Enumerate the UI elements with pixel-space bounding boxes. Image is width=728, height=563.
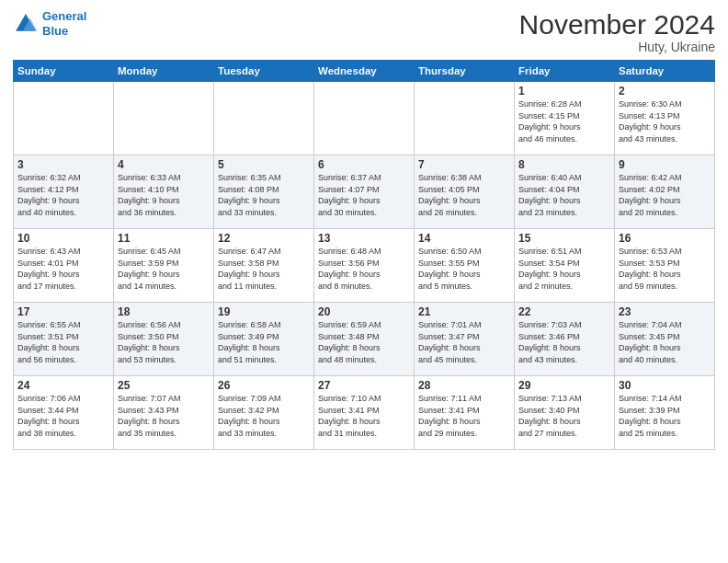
calendar-cell: 24Sunrise: 7:06 AM Sunset: 3:44 PM Dayli… — [14, 376, 114, 450]
calendar-cell: 2Sunrise: 6:30 AM Sunset: 4:13 PM Daylig… — [615, 82, 715, 155]
day-number: 15 — [518, 232, 610, 245]
day-detail: Sunrise: 6:51 AM Sunset: 3:54 PM Dayligh… — [518, 246, 610, 292]
day-detail: Sunrise: 6:53 AM Sunset: 3:53 PM Dayligh… — [619, 246, 711, 292]
calendar-cell: 8Sunrise: 6:40 AM Sunset: 4:04 PM Daylig… — [515, 155, 615, 229]
calendar-cell: 3Sunrise: 6:32 AM Sunset: 4:12 PM Daylig… — [14, 155, 114, 229]
calendar-cell: 30Sunrise: 7:14 AM Sunset: 3:39 PM Dayli… — [615, 376, 715, 450]
calendar-cell — [114, 82, 214, 155]
day-detail: Sunrise: 6:30 AM Sunset: 4:13 PM Dayligh… — [619, 98, 711, 144]
calendar-cell: 11Sunrise: 6:45 AM Sunset: 3:59 PM Dayli… — [114, 229, 214, 303]
header: General Blue November 2024 Huty, Ukraine — [13, 9, 715, 54]
calendar-cell: 26Sunrise: 7:09 AM Sunset: 3:42 PM Dayli… — [214, 376, 314, 450]
day-detail: Sunrise: 6:40 AM Sunset: 4:04 PM Dayligh… — [518, 172, 610, 218]
day-number: 3 — [17, 158, 109, 171]
calendar-cell: 29Sunrise: 7:13 AM Sunset: 3:40 PM Dayli… — [515, 376, 615, 450]
day-detail: Sunrise: 7:13 AM Sunset: 3:40 PM Dayligh… — [518, 393, 610, 439]
day-number: 24 — [17, 379, 109, 392]
day-detail: Sunrise: 7:10 AM Sunset: 3:41 PM Dayligh… — [318, 393, 410, 439]
day-header: Friday — [515, 61, 615, 82]
page: General Blue November 2024 Huty, Ukraine… — [0, 0, 728, 459]
calendar-week-row: 3Sunrise: 6:32 AM Sunset: 4:12 PM Daylig… — [14, 155, 715, 229]
calendar-cell: 17Sunrise: 6:55 AM Sunset: 3:51 PM Dayli… — [14, 303, 114, 376]
calendar-week-row: 17Sunrise: 6:55 AM Sunset: 3:51 PM Dayli… — [14, 303, 715, 376]
day-detail: Sunrise: 6:50 AM Sunset: 3:55 PM Dayligh… — [418, 246, 510, 292]
calendar-cell: 6Sunrise: 6:37 AM Sunset: 4:07 PM Daylig… — [314, 155, 415, 229]
calendar-week-row: 24Sunrise: 7:06 AM Sunset: 3:44 PM Dayli… — [14, 376, 715, 450]
day-detail: Sunrise: 6:45 AM Sunset: 3:59 PM Dayligh… — [118, 246, 210, 292]
calendar-cell: 18Sunrise: 6:56 AM Sunset: 3:50 PM Dayli… — [114, 303, 214, 376]
day-number: 29 — [518, 379, 610, 392]
day-number: 18 — [118, 305, 210, 318]
day-detail: Sunrise: 7:07 AM Sunset: 3:43 PM Dayligh… — [118, 393, 210, 439]
calendar-cell: 25Sunrise: 7:07 AM Sunset: 3:43 PM Dayli… — [114, 376, 214, 450]
calendar-cell: 21Sunrise: 7:01 AM Sunset: 3:47 PM Dayli… — [415, 303, 515, 376]
logo-icon — [13, 11, 39, 37]
calendar-week-row: 10Sunrise: 6:43 AM Sunset: 4:01 PM Dayli… — [14, 229, 715, 303]
day-number: 6 — [318, 158, 410, 171]
day-detail: Sunrise: 6:56 AM Sunset: 3:50 PM Dayligh… — [118, 319, 210, 365]
day-number: 27 — [318, 379, 410, 392]
calendar-cell: 1Sunrise: 6:28 AM Sunset: 4:15 PM Daylig… — [515, 82, 615, 155]
day-detail: Sunrise: 7:11 AM Sunset: 3:41 PM Dayligh… — [418, 393, 510, 439]
day-number: 9 — [619, 158, 711, 171]
day-detail: Sunrise: 7:14 AM Sunset: 3:39 PM Dayligh… — [619, 393, 711, 439]
day-number: 21 — [418, 305, 510, 318]
day-detail: Sunrise: 6:35 AM Sunset: 4:08 PM Dayligh… — [218, 172, 310, 218]
day-header: Monday — [114, 61, 214, 82]
day-number: 19 — [218, 305, 310, 318]
day-detail: Sunrise: 7:03 AM Sunset: 3:46 PM Dayligh… — [518, 319, 610, 365]
day-detail: Sunrise: 6:33 AM Sunset: 4:10 PM Dayligh… — [118, 172, 210, 218]
logo: General Blue — [13, 9, 86, 38]
day-detail: Sunrise: 7:01 AM Sunset: 3:47 PM Dayligh… — [418, 319, 510, 365]
calendar-cell: 28Sunrise: 7:11 AM Sunset: 3:41 PM Dayli… — [415, 376, 515, 450]
day-number: 30 — [619, 379, 711, 392]
day-detail: Sunrise: 6:55 AM Sunset: 3:51 PM Dayligh… — [17, 319, 109, 365]
day-number: 7 — [418, 158, 510, 171]
calendar-cell: 23Sunrise: 7:04 AM Sunset: 3:45 PM Dayli… — [615, 303, 715, 376]
calendar-cell: 13Sunrise: 6:48 AM Sunset: 3:56 PM Dayli… — [314, 229, 415, 303]
day-number: 23 — [619, 305, 711, 318]
day-number: 10 — [17, 232, 109, 245]
calendar-cell: 16Sunrise: 6:53 AM Sunset: 3:53 PM Dayli… — [615, 229, 715, 303]
title-block: November 2024 Huty, Ukraine — [519, 9, 715, 54]
calendar-week-row: 1Sunrise: 6:28 AM Sunset: 4:15 PM Daylig… — [14, 82, 715, 155]
day-number: 13 — [318, 232, 410, 245]
day-detail: Sunrise: 7:09 AM Sunset: 3:42 PM Dayligh… — [218, 393, 310, 439]
calendar-cell: 4Sunrise: 6:33 AM Sunset: 4:10 PM Daylig… — [114, 155, 214, 229]
calendar-cell: 22Sunrise: 7:03 AM Sunset: 3:46 PM Dayli… — [515, 303, 615, 376]
day-header: Sunday — [14, 61, 114, 82]
day-header: Wednesday — [314, 61, 415, 82]
day-detail: Sunrise: 6:47 AM Sunset: 3:58 PM Dayligh… — [218, 246, 310, 292]
day-number: 14 — [418, 232, 510, 245]
calendar-cell — [214, 82, 314, 155]
day-number: 20 — [318, 305, 410, 318]
day-detail: Sunrise: 6:42 AM Sunset: 4:02 PM Dayligh… — [619, 172, 711, 218]
day-number: 28 — [418, 379, 510, 392]
day-detail: Sunrise: 6:38 AM Sunset: 4:05 PM Dayligh… — [418, 172, 510, 218]
calendar-cell: 7Sunrise: 6:38 AM Sunset: 4:05 PM Daylig… — [415, 155, 515, 229]
day-number: 11 — [118, 232, 210, 245]
month-title: November 2024 — [519, 9, 715, 40]
day-detail: Sunrise: 6:32 AM Sunset: 4:12 PM Dayligh… — [17, 172, 109, 218]
calendar-body: 1Sunrise: 6:28 AM Sunset: 4:15 PM Daylig… — [14, 82, 715, 450]
day-detail: Sunrise: 6:48 AM Sunset: 3:56 PM Dayligh… — [318, 246, 410, 292]
day-header: Saturday — [615, 61, 715, 82]
logo-text: General Blue — [42, 9, 86, 38]
day-number: 16 — [619, 232, 711, 245]
day-detail: Sunrise: 7:04 AM Sunset: 3:45 PM Dayligh… — [619, 319, 711, 365]
calendar-cell: 12Sunrise: 6:47 AM Sunset: 3:58 PM Dayli… — [214, 229, 314, 303]
day-detail: Sunrise: 6:37 AM Sunset: 4:07 PM Dayligh… — [318, 172, 410, 218]
calendar-cell: 19Sunrise: 6:58 AM Sunset: 3:49 PM Dayli… — [214, 303, 314, 376]
calendar-cell — [314, 82, 415, 155]
day-number: 22 — [518, 305, 610, 318]
calendar-cell — [415, 82, 515, 155]
day-detail: Sunrise: 6:28 AM Sunset: 4:15 PM Dayligh… — [518, 98, 610, 144]
day-detail: Sunrise: 7:06 AM Sunset: 3:44 PM Dayligh… — [17, 393, 109, 439]
day-number: 2 — [619, 85, 711, 98]
day-number: 4 — [118, 158, 210, 171]
calendar-cell: 15Sunrise: 6:51 AM Sunset: 3:54 PM Dayli… — [515, 229, 615, 303]
calendar-cell: 27Sunrise: 7:10 AM Sunset: 3:41 PM Dayli… — [314, 376, 415, 450]
day-detail: Sunrise: 6:59 AM Sunset: 3:48 PM Dayligh… — [318, 319, 410, 365]
calendar-cell: 9Sunrise: 6:42 AM Sunset: 4:02 PM Daylig… — [615, 155, 715, 229]
day-header: Tuesday — [214, 61, 314, 82]
